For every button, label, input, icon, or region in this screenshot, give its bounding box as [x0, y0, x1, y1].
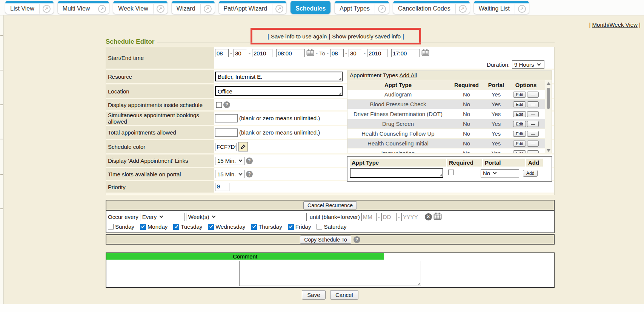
help-icon[interactable]: ?	[223, 101, 230, 108]
copy-schedule-bar: Copy Schedule To ?	[106, 234, 555, 245]
start-month-input[interactable]	[215, 49, 229, 57]
remove-button[interactable]: —	[527, 111, 539, 117]
tab-multi-view[interactable]: Multi View ↗	[58, 1, 109, 14]
end-time-input[interactable]	[391, 49, 420, 57]
add-links-label: Display 'Add Appointment' Links	[106, 154, 214, 167]
add-all-link[interactable]: Add All	[399, 72, 417, 78]
remove-button[interactable]: —	[527, 121, 539, 127]
start-time-input[interactable]	[276, 49, 305, 57]
start-end-label: Start/End time	[106, 47, 214, 69]
end-year-input[interactable]	[367, 49, 387, 57]
friday-checkbox[interactable]	[288, 224, 294, 230]
edit-button[interactable]: Edit	[513, 131, 526, 137]
comment-textarea[interactable]	[239, 261, 421, 286]
weekday-tuesday: Tuesday	[173, 223, 202, 230]
remove-button[interactable]: —	[527, 101, 539, 107]
tab-appt-types[interactable]: Appt Types ↗	[335, 1, 389, 14]
edit-button[interactable]: Edit	[513, 92, 526, 98]
total-appts-label: Total appointments allowed	[106, 126, 214, 139]
left-gutter	[0, 15, 4, 304]
calendar-icon[interactable]	[433, 213, 442, 221]
save-button[interactable]: Save	[302, 290, 325, 300]
color-picker-button[interactable]	[238, 142, 248, 151]
col-portal: Portal	[484, 82, 508, 88]
remove-button[interactable]: —	[527, 141, 539, 147]
scrollbar-thumb[interactable]	[547, 88, 550, 109]
help-icon[interactable]: ?	[246, 158, 253, 164]
month-week-view-link[interactable]: Month/Week View	[592, 21, 638, 28]
monday-checkbox[interactable]	[140, 224, 146, 230]
start-day-input[interactable]	[234, 49, 247, 57]
sunday-checkbox[interactable]	[108, 224, 114, 229]
external-link-icon[interactable]: ↗	[98, 5, 106, 13]
add-links-select[interactable]: 15 Min.	[215, 157, 244, 165]
remove-button[interactable]: —	[527, 131, 539, 137]
remove-button[interactable]: —	[527, 150, 539, 154]
weekday-monday: Monday	[140, 223, 168, 230]
external-link-icon[interactable]: ↗	[204, 5, 212, 13]
edit-button[interactable]: Edit	[513, 121, 526, 127]
total-appts-input[interactable]	[215, 128, 238, 137]
resize-grip[interactable]	[440, 174, 442, 176]
calendar-icon[interactable]	[306, 49, 314, 57]
display-appts-checkbox[interactable]	[216, 102, 222, 108]
scroll-down-arrow[interactable]	[545, 147, 552, 153]
external-link-icon[interactable]: ↗	[43, 5, 51, 13]
end-month-input[interactable]	[330, 49, 344, 57]
remove-button[interactable]: —	[527, 92, 539, 98]
tab-pat-appt-wizard[interactable]: Pat/Appt Wizard ↗	[219, 1, 287, 14]
tab-waiting-list[interactable]: Waiting List ↗	[474, 1, 529, 14]
simultaneous-input[interactable]	[215, 114, 238, 122]
thursday-checkbox[interactable]	[251, 224, 257, 230]
end-day-input[interactable]	[349, 49, 362, 57]
edit-button[interactable]: Edit	[513, 101, 526, 107]
edit-button[interactable]: Edit	[513, 150, 526, 154]
saturday-checkbox[interactable]	[317, 224, 322, 229]
new-appt-type-input[interactable]	[350, 168, 443, 178]
external-link-icon[interactable]: ↗	[518, 5, 526, 13]
external-link-icon[interactable]: ↗	[459, 5, 467, 13]
tuesday-checkbox[interactable]	[173, 224, 179, 230]
until-day-input[interactable]	[381, 213, 397, 221]
recurrence-unit-select[interactable]: Week(s)	[186, 213, 307, 221]
help-icon[interactable]: ?	[354, 236, 360, 243]
cancel-button[interactable]: Cancel	[330, 290, 358, 300]
clear-date-icon[interactable]: ×	[425, 213, 432, 220]
tab-cancellation-codes[interactable]: Cancellation Codes ↗	[393, 1, 470, 14]
scrollbar[interactable]	[545, 80, 552, 153]
col-options: Options	[508, 82, 544, 88]
start-end-row: Start/End time - - - To - - -	[106, 47, 554, 69]
start-year-input[interactable]	[252, 49, 272, 57]
external-link-icon[interactable]: ↗	[275, 5, 283, 13]
location-input[interactable]	[215, 86, 343, 96]
duration-select[interactable]: 9 Hours	[512, 60, 544, 69]
scroll-up-arrow[interactable]	[545, 80, 552, 86]
copy-schedule-button[interactable]: Copy Schedule To	[300, 236, 351, 244]
until-year-input[interactable]	[401, 213, 423, 221]
new-appt-required-checkbox[interactable]	[448, 170, 454, 175]
resize-grip[interactable]	[339, 92, 341, 95]
tab-schedules[interactable]: Schedules	[290, 1, 330, 14]
external-link-icon[interactable]: ↗	[378, 5, 386, 13]
time-slots-select[interactable]: 15 Min.	[215, 170, 244, 178]
schedule-color-input[interactable]	[215, 143, 237, 151]
help-icon[interactable]: ?	[246, 171, 253, 177]
until-month-input[interactable]	[361, 213, 377, 221]
cancel-recurrence-button[interactable]: Cancel Recurrence	[303, 201, 357, 210]
calendar-icon[interactable]	[421, 49, 429, 57]
external-link-icon[interactable]: ↗	[157, 5, 164, 13]
tab-wizard[interactable]: Wizard ↗	[172, 1, 215, 14]
priority-input[interactable]	[215, 183, 229, 191]
edit-button[interactable]: Edit	[513, 111, 526, 117]
tab-list-view[interactable]: List View ↗	[5, 1, 54, 14]
new-appt-portal-select[interactable]: No	[481, 169, 519, 177]
appt-types-table: Appt Type Required Portal Options Audiog…	[347, 80, 552, 153]
recurrence-interval-select[interactable]: Every	[140, 213, 184, 221]
resource-input[interactable]	[215, 72, 343, 81]
gutter-tick	[0, 208, 3, 209]
resize-grip[interactable]	[339, 77, 341, 80]
add-appt-type-button[interactable]: Add	[523, 170, 538, 177]
wednesday-checkbox[interactable]	[208, 224, 214, 230]
edit-button[interactable]: Edit	[513, 141, 526, 147]
tab-week-view[interactable]: Week View ↗	[113, 1, 167, 14]
